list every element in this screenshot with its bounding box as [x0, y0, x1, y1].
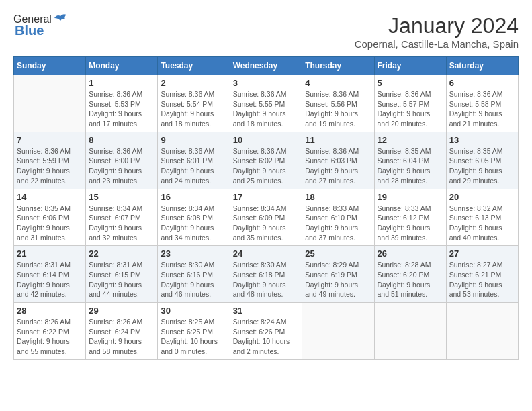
day-info: Sunrise: 8:27 AM Sunset: 6:21 PM Dayligh… [449, 260, 515, 300]
day-info: Sunrise: 8:36 AM Sunset: 6:02 PM Dayligh… [233, 146, 300, 186]
day-number: 3 [233, 78, 300, 88]
day-info: Sunrise: 8:29 AM Sunset: 6:19 PM Dayligh… [305, 260, 371, 300]
day-info: Sunrise: 8:30 AM Sunset: 6:16 PM Dayligh… [161, 260, 226, 300]
calendar-cell [14, 75, 86, 132]
day-info: Sunrise: 8:34 AM Sunset: 6:08 PM Dayligh… [161, 203, 226, 243]
day-number: 28 [17, 306, 83, 316]
calendar-cell: 9Sunrise: 8:36 AM Sunset: 6:01 PM Daylig… [158, 132, 230, 189]
day-number: 14 [17, 192, 83, 202]
calendar-cell: 27Sunrise: 8:27 AM Sunset: 6:21 PM Dayli… [446, 246, 518, 303]
day-number: 8 [89, 135, 154, 145]
day-info: Sunrise: 8:36 AM Sunset: 6:03 PM Dayligh… [305, 146, 371, 186]
calendar-week-row: 28Sunrise: 8:26 AM Sunset: 6:22 PM Dayli… [14, 303, 519, 360]
day-number: 10 [233, 135, 300, 145]
day-number: 18 [305, 192, 371, 202]
day-number: 1 [89, 78, 154, 88]
calendar-cell: 23Sunrise: 8:30 AM Sunset: 6:16 PM Dayli… [158, 246, 230, 303]
day-number: 22 [89, 248, 154, 259]
calendar-cell: 21Sunrise: 8:31 AM Sunset: 6:14 PM Dayli… [14, 246, 86, 303]
day-number: 13 [449, 135, 515, 145]
day-info: Sunrise: 8:25 AM Sunset: 6:25 PM Dayligh… [161, 317, 226, 357]
calendar-week-row: 21Sunrise: 8:31 AM Sunset: 6:14 PM Dayli… [14, 246, 519, 303]
day-number: 17 [233, 192, 300, 202]
calendar-cell: 17Sunrise: 8:34 AM Sunset: 6:09 PM Dayli… [230, 189, 302, 246]
month-title: January 2024 [355, 13, 519, 38]
calendar-cell: 10Sunrise: 8:36 AM Sunset: 6:02 PM Dayli… [230, 132, 302, 189]
day-info: Sunrise: 8:35 AM Sunset: 6:04 PM Dayligh… [378, 146, 443, 186]
day-info: Sunrise: 8:34 AM Sunset: 6:07 PM Dayligh… [89, 203, 154, 243]
day-info: Sunrise: 8:33 AM Sunset: 6:12 PM Dayligh… [378, 203, 443, 243]
calendar-cell: 25Sunrise: 8:29 AM Sunset: 6:19 PM Dayli… [302, 246, 374, 303]
title-block: January 2024 Copernal, Castille-La Manch… [355, 13, 519, 50]
day-info: Sunrise: 8:31 AM Sunset: 6:14 PM Dayligh… [17, 260, 83, 300]
day-header-wednesday: Wednesday [230, 57, 302, 75]
logo-blue: Blue [15, 23, 44, 38]
calendar-cell: 2Sunrise: 8:36 AM Sunset: 5:54 PM Daylig… [158, 75, 230, 132]
day-info: Sunrise: 8:24 AM Sunset: 6:26 PM Dayligh… [233, 317, 300, 357]
day-info: Sunrise: 8:26 AM Sunset: 6:24 PM Dayligh… [89, 317, 154, 357]
calendar-cell: 19Sunrise: 8:33 AM Sunset: 6:12 PM Dayli… [374, 189, 446, 246]
day-info: Sunrise: 8:36 AM Sunset: 5:55 PM Dayligh… [233, 89, 300, 129]
calendar-cell: 28Sunrise: 8:26 AM Sunset: 6:22 PM Dayli… [14, 303, 86, 360]
calendar-cell: 4Sunrise: 8:36 AM Sunset: 5:56 PM Daylig… [302, 75, 374, 132]
logo-bird-icon [53, 13, 68, 24]
day-number: 30 [161, 306, 226, 316]
day-info: Sunrise: 8:26 AM Sunset: 6:22 PM Dayligh… [17, 317, 83, 357]
day-number: 16 [161, 192, 226, 202]
day-header-saturday: Saturday [446, 57, 518, 75]
day-header-monday: Monday [86, 57, 158, 75]
calendar-cell: 31Sunrise: 8:24 AM Sunset: 6:26 PM Dayli… [230, 303, 302, 360]
day-info: Sunrise: 8:35 AM Sunset: 6:06 PM Dayligh… [17, 203, 83, 243]
day-info: Sunrise: 8:36 AM Sunset: 5:56 PM Dayligh… [305, 89, 371, 129]
day-number: 21 [17, 248, 83, 259]
day-number: 4 [305, 78, 371, 88]
calendar-cell: 7Sunrise: 8:36 AM Sunset: 5:59 PM Daylig… [14, 132, 86, 189]
day-info: Sunrise: 8:32 AM Sunset: 6:13 PM Dayligh… [449, 203, 515, 243]
calendar-cell: 12Sunrise: 8:35 AM Sunset: 6:04 PM Dayli… [374, 132, 446, 189]
day-number: 25 [305, 248, 371, 259]
day-info: Sunrise: 8:36 AM Sunset: 5:53 PM Dayligh… [89, 89, 154, 129]
calendar-cell: 13Sunrise: 8:35 AM Sunset: 6:05 PM Dayli… [446, 132, 518, 189]
day-info: Sunrise: 8:28 AM Sunset: 6:20 PM Dayligh… [378, 260, 443, 300]
day-number: 11 [305, 135, 371, 145]
day-info: Sunrise: 8:36 AM Sunset: 6:00 PM Dayligh… [89, 146, 154, 186]
calendar-cell: 6Sunrise: 8:36 AM Sunset: 5:58 PM Daylig… [446, 75, 518, 132]
day-number: 29 [89, 306, 154, 316]
day-number: 15 [89, 192, 154, 202]
day-number: 19 [378, 192, 443, 202]
calendar-week-row: 14Sunrise: 8:35 AM Sunset: 6:06 PM Dayli… [14, 189, 519, 246]
calendar-header-row: SundayMondayTuesdayWednesdayThursdayFrid… [14, 57, 519, 75]
calendar-cell: 16Sunrise: 8:34 AM Sunset: 6:08 PM Dayli… [158, 189, 230, 246]
calendar-cell: 24Sunrise: 8:30 AM Sunset: 6:18 PM Dayli… [230, 246, 302, 303]
day-number: 7 [17, 135, 83, 145]
day-info: Sunrise: 8:36 AM Sunset: 5:59 PM Dayligh… [17, 146, 83, 186]
day-number: 5 [378, 78, 443, 88]
page-header: General Blue January 2024 Copernal, Cast… [13, 13, 519, 50]
day-header-tuesday: Tuesday [158, 57, 230, 75]
day-number: 26 [378, 248, 443, 259]
calendar-cell: 18Sunrise: 8:33 AM Sunset: 6:10 PM Dayli… [302, 189, 374, 246]
day-info: Sunrise: 8:31 AM Sunset: 6:15 PM Dayligh… [89, 260, 154, 300]
day-info: Sunrise: 8:30 AM Sunset: 6:18 PM Dayligh… [233, 260, 300, 300]
day-header-thursday: Thursday [302, 57, 374, 75]
calendar-cell: 20Sunrise: 8:32 AM Sunset: 6:13 PM Dayli… [446, 189, 518, 246]
logo: General Blue [13, 13, 68, 38]
location: Copernal, Castille-La Mancha, Spain [355, 38, 519, 50]
calendar-cell [446, 303, 518, 360]
calendar-cell: 8Sunrise: 8:36 AM Sunset: 6:00 PM Daylig… [86, 132, 158, 189]
calendar-week-row: 1Sunrise: 8:36 AM Sunset: 5:53 PM Daylig… [14, 75, 519, 132]
day-info: Sunrise: 8:35 AM Sunset: 6:05 PM Dayligh… [449, 146, 515, 186]
calendar-week-row: 7Sunrise: 8:36 AM Sunset: 5:59 PM Daylig… [14, 132, 519, 189]
day-number: 31 [233, 306, 300, 316]
day-info: Sunrise: 8:36 AM Sunset: 6:01 PM Dayligh… [161, 146, 226, 186]
day-number: 6 [449, 78, 515, 88]
day-info: Sunrise: 8:34 AM Sunset: 6:09 PM Dayligh… [233, 203, 300, 243]
calendar-cell: 15Sunrise: 8:34 AM Sunset: 6:07 PM Dayli… [86, 189, 158, 246]
day-number: 2 [161, 78, 226, 88]
calendar-cell: 22Sunrise: 8:31 AM Sunset: 6:15 PM Dayli… [86, 246, 158, 303]
day-header-sunday: Sunday [14, 57, 86, 75]
calendar-cell: 11Sunrise: 8:36 AM Sunset: 6:03 PM Dayli… [302, 132, 374, 189]
day-info: Sunrise: 8:36 AM Sunset: 5:54 PM Dayligh… [161, 89, 226, 129]
calendar-cell: 3Sunrise: 8:36 AM Sunset: 5:55 PM Daylig… [230, 75, 302, 132]
day-info: Sunrise: 8:36 AM Sunset: 5:58 PM Dayligh… [449, 89, 515, 129]
